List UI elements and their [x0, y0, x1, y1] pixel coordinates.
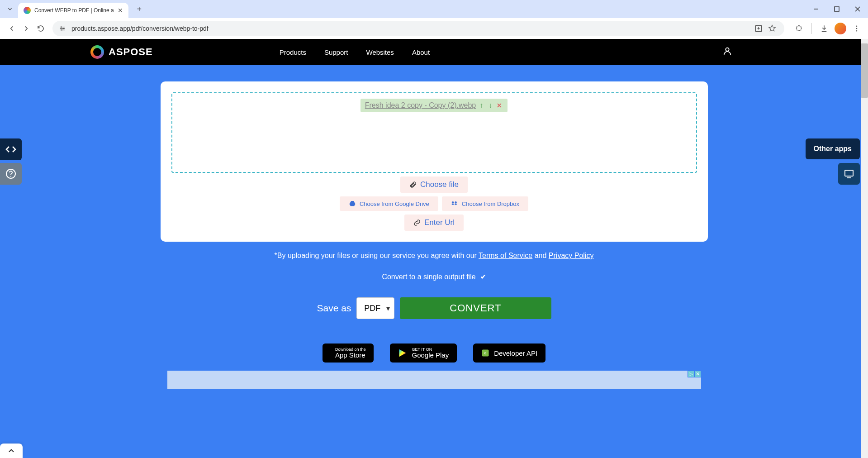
- enter-url-button[interactable]: Enter Url: [404, 215, 464, 231]
- brand-logo[interactable]: ASPOSE: [90, 45, 153, 59]
- separator: [811, 23, 812, 34]
- other-apps-button[interactable]: Other apps: [806, 138, 860, 159]
- back-button[interactable]: [5, 21, 19, 36]
- appstore-badge[interactable]: Download on the App Store: [323, 344, 374, 363]
- nav-links: Products Support Websites About: [280, 48, 430, 56]
- svg-point-5: [63, 28, 64, 29]
- tab-favicon-icon: [24, 7, 31, 14]
- disclaimer-text: *By uploading your files or using our se…: [275, 252, 594, 260]
- scrollbar-thumb[interactable]: [861, 43, 868, 98]
- downloads-button[interactable]: [817, 22, 831, 35]
- ad-placeholder: ▷ ✕: [167, 371, 701, 389]
- adchoices-icon[interactable]: ▷: [688, 371, 694, 377]
- dropbox-icon: [451, 200, 458, 207]
- forward-button[interactable]: [19, 21, 33, 36]
- googleplay-badge[interactable]: GET IT ON Google Play: [390, 344, 457, 363]
- side-right-panel: Other apps: [806, 138, 860, 185]
- api-icon: e: [481, 349, 489, 357]
- site-header: ASPOSE Products Support Websites About: [0, 39, 868, 65]
- logo-swirl-icon: [90, 45, 104, 59]
- scrollbar[interactable]: [861, 39, 868, 458]
- browser-chrome: Convert WEBP to PDF | Online a ✕ + produ…: [0, 0, 868, 39]
- link-icon: [413, 219, 421, 226]
- format-select[interactable]: PDF: [356, 297, 394, 319]
- gdrive-icon: [349, 200, 356, 207]
- remove-file-button[interactable]: ✕: [496, 102, 503, 109]
- upload-card: Fresh idea 2 copy - Copy (2).webp ↑ ↓ ✕ …: [161, 81, 708, 242]
- convert-button[interactable]: CONVERT: [400, 297, 551, 319]
- extensions-button[interactable]: [792, 22, 806, 35]
- page-content: ASPOSE Products Support Websites About O…: [0, 39, 868, 458]
- browser-tab[interactable]: Convert WEBP to PDF | Online a ✕: [18, 3, 128, 18]
- close-icon: [855, 6, 860, 12]
- site-info-button[interactable]: [58, 24, 67, 33]
- install-app-button[interactable]: [752, 22, 765, 35]
- single-output-label: Convert to a single output file: [382, 273, 475, 281]
- profile-avatar[interactable]: [835, 23, 846, 34]
- kebab-icon: [853, 24, 861, 33]
- svg-point-13: [10, 176, 11, 177]
- maximize-button[interactable]: [826, 0, 847, 18]
- choose-file-label: Choose file: [420, 180, 459, 189]
- main-container: Fresh idea 2 copy - Copy (2).webp ↑ ↓ ✕ …: [0, 65, 868, 405]
- new-tab-button[interactable]: +: [133, 3, 146, 15]
- install-icon: [754, 24, 763, 33]
- choose-file-button[interactable]: Choose file: [400, 177, 468, 193]
- minimize-button[interactable]: [806, 0, 826, 18]
- devapi-badge[interactable]: e Developer API: [473, 344, 545, 363]
- privacy-link[interactable]: Privacy Policy: [549, 252, 594, 259]
- tos-link[interactable]: Terms of Service: [479, 252, 532, 259]
- svg-point-4: [61, 26, 62, 28]
- monitor-icon: [844, 168, 854, 179]
- svg-text:e: e: [484, 351, 487, 355]
- disclaimer-prefix: *By uploading your files or using our se…: [275, 252, 479, 259]
- move-file-down-button[interactable]: ↓: [487, 102, 494, 109]
- nav-products[interactable]: Products: [280, 48, 306, 56]
- format-select-wrap: PDF: [356, 297, 394, 319]
- choose-gdrive-button[interactable]: Choose from Google Drive: [340, 196, 438, 211]
- move-file-up-button[interactable]: ↑: [478, 102, 485, 109]
- scroll-to-top-button[interactable]: [0, 444, 23, 458]
- file-dropzone[interactable]: Fresh idea 2 copy - Copy (2).webp ↑ ↓ ✕: [171, 92, 697, 173]
- play-icon: [398, 348, 407, 358]
- file-source-buttons: Choose file Choose from Google Drive Cho…: [171, 177, 697, 231]
- tab-title: Convert WEBP to PDF | Online a: [34, 7, 114, 14]
- user-icon: [722, 46, 732, 56]
- minimize-icon: [813, 6, 819, 12]
- tab-search-button[interactable]: [4, 3, 16, 15]
- choose-dropbox-button[interactable]: Choose from Dropbox: [442, 196, 528, 211]
- address-bar[interactable]: products.aspose.app/pdf/conversion/webp-…: [52, 21, 784, 36]
- uploaded-file-name[interactable]: Fresh idea 2 copy - Copy (2).webp: [365, 101, 476, 110]
- help-button[interactable]: [0, 163, 22, 185]
- embed-code-button[interactable]: [0, 138, 22, 160]
- devapi-label: Developer API: [494, 349, 537, 357]
- ad-close-button[interactable]: ✕: [694, 371, 701, 377]
- maximize-icon: [834, 6, 840, 12]
- user-account-button[interactable]: [722, 46, 732, 58]
- help-icon: [5, 168, 16, 179]
- svg-point-8: [856, 25, 858, 27]
- enter-url-label: Enter Url: [424, 218, 455, 227]
- side-left-panel: [0, 138, 22, 185]
- nav-support[interactable]: Support: [324, 48, 348, 56]
- nav-websites[interactable]: Websites: [366, 48, 394, 56]
- toolbar-icons: [792, 22, 863, 35]
- arrow-right-icon: [22, 24, 30, 33]
- disclaimer-and: and: [532, 252, 549, 259]
- play-big: Google Play: [412, 352, 449, 358]
- bookmark-button[interactable]: [765, 22, 779, 35]
- close-window-button[interactable]: [847, 0, 868, 18]
- arrow-left-icon: [8, 24, 16, 33]
- download-icon: [820, 24, 828, 33]
- close-tab-button[interactable]: ✕: [118, 7, 123, 14]
- menu-button[interactable]: [850, 22, 863, 35]
- check-icon: ✔: [480, 272, 486, 281]
- nav-about[interactable]: About: [412, 48, 430, 56]
- tab-bar: Convert WEBP to PDF | Online a ✕ +: [0, 0, 868, 18]
- url-text: products.aspose.app/pdf/conversion/webp-…: [71, 25, 752, 32]
- single-output-option[interactable]: Convert to a single output file ✔: [382, 272, 486, 281]
- reload-button[interactable]: [33, 21, 48, 36]
- desktop-app-button[interactable]: [838, 163, 860, 185]
- star-icon: [768, 24, 776, 33]
- save-as-label: Save as: [317, 303, 351, 314]
